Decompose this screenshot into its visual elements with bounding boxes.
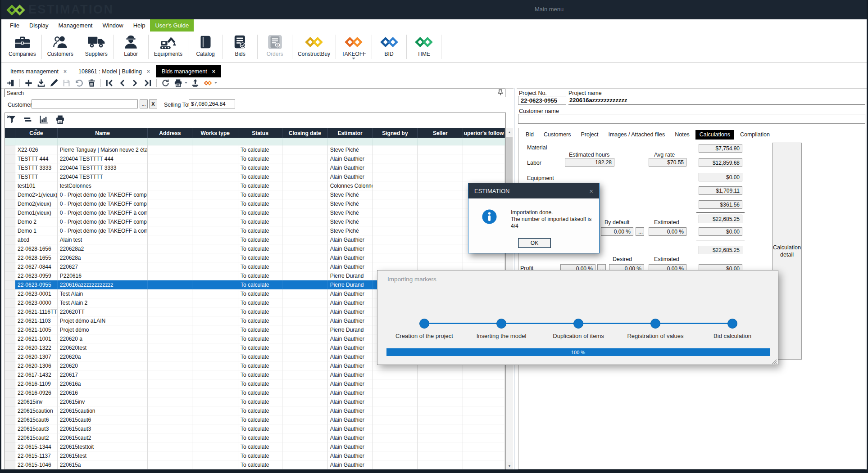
cell-works-type[interactable]: [192, 379, 238, 388]
cell-address[interactable]: [148, 370, 192, 379]
detail-tab-customers[interactable]: Customers: [540, 130, 575, 140]
detail-tab-project[interactable]: Project: [577, 130, 603, 140]
cell-code[interactable]: Demo2>1(vieux): [15, 190, 58, 199]
filter-cell[interactable]: [15, 138, 58, 145]
cell-estimator[interactable]: Alain Gauthier: [328, 298, 373, 307]
cell-estimator[interactable]: Pierre Durand: [328, 280, 373, 289]
cell-seller[interactable]: [418, 433, 463, 442]
cell-closing-date[interactable]: [282, 307, 328, 316]
cell-address[interactable]: [148, 388, 192, 397]
equals-icon[interactable]: [23, 115, 32, 124]
column-header-estimator[interactable]: Estimator: [328, 128, 373, 138]
cell-estimator[interactable]: Alain Gauthier: [328, 253, 373, 262]
cell-seller[interactable]: [418, 154, 463, 163]
cell-code[interactable]: 220615caution: [15, 406, 58, 415]
table-filter-row[interactable]: [5, 138, 505, 145]
row-selector[interactable]: [5, 172, 15, 181]
filter-cell[interactable]: [373, 138, 418, 145]
column-header-seller[interactable]: Seller: [418, 128, 463, 138]
cell-address[interactable]: [148, 235, 192, 244]
cell-code[interactable]: 22-0617-1432: [15, 370, 58, 379]
cell-seller[interactable]: [418, 163, 463, 172]
cell-address[interactable]: [148, 154, 192, 163]
table-row-testtt-444[interactable]: TESTTT 444220404 TESTTTT 444To calculate…: [5, 154, 505, 163]
cell-signed-by[interactable]: [373, 163, 418, 172]
project-name-value[interactable]: 220616azzzzzzzzzzzz: [568, 96, 865, 105]
cell-status[interactable]: To calculate: [238, 208, 282, 217]
cell-superior-follow[interactable]: [463, 442, 505, 451]
toolbar-button-orders[interactable]: $Orders: [258, 32, 292, 62]
filter-cell[interactable]: [328, 138, 373, 145]
toolbar-button-labor[interactable]: Labor: [114, 32, 148, 62]
cell-seller[interactable]: [418, 460, 463, 469]
cell-works-type[interactable]: [192, 190, 238, 199]
cell-works-type[interactable]: [192, 226, 238, 235]
save-icon[interactable]: [62, 78, 71, 88]
cell-works-type[interactable]: [192, 244, 238, 253]
cell-name[interactable]: Test Alain 2: [58, 298, 148, 307]
cell-code[interactable]: Demo 1: [15, 226, 58, 235]
cell-works-type[interactable]: [192, 235, 238, 244]
cell-closing-date[interactable]: [282, 406, 328, 415]
cell-signed-by[interactable]: [373, 379, 418, 388]
cell-code[interactable]: X22-026: [15, 145, 58, 154]
cell-code[interactable]: Demo 2: [15, 217, 58, 226]
table-row-220615inv[interactable]: 220615inv220615invTo calculateAlain Gaut…: [5, 397, 505, 406]
cell-works-type[interactable]: [192, 280, 238, 289]
filter-cell[interactable]: [148, 138, 192, 145]
cell-estimator[interactable]: Colonnes Colonnes: [328, 181, 373, 190]
cell-code[interactable]: 22-0620-1322: [15, 343, 58, 352]
cell-closing-date[interactable]: [282, 325, 328, 334]
cell-seller[interactable]: [418, 415, 463, 424]
cell-closing-date[interactable]: [282, 145, 328, 154]
print-icon[interactable]: [173, 78, 183, 88]
cell-address[interactable]: [148, 343, 192, 352]
cell-works-type[interactable]: [192, 271, 238, 280]
cell-status[interactable]: To calculate: [238, 424, 282, 433]
cell-status[interactable]: To calculate: [238, 388, 282, 397]
cell-works-type[interactable]: [192, 361, 238, 370]
overhead-default-pct-field[interactable]: 0.00 %: [601, 227, 633, 236]
row-selector[interactable]: [5, 433, 15, 442]
project-no-value[interactable]: 22-0623-0955: [518, 96, 566, 105]
cell-status[interactable]: To calculate: [238, 253, 282, 262]
cell-name[interactable]: 220617: [58, 370, 148, 379]
cell-works-type[interactable]: [192, 343, 238, 352]
cell-works-type[interactable]: [192, 388, 238, 397]
row-selector[interactable]: [5, 244, 15, 253]
filter-cell[interactable]: [58, 138, 148, 145]
cell-status[interactable]: To calculate: [238, 262, 282, 271]
toolbar-button-constructbuy[interactable]: ConstructBuy: [292, 32, 336, 62]
filter-funnel-icon[interactable]: [7, 115, 16, 124]
cell-closing-date[interactable]: [282, 226, 328, 235]
cell-name[interactable]: Projet démo aLAIN: [58, 316, 148, 325]
tab-items-management[interactable]: Items management×: [5, 65, 73, 77]
overhead-estimated-pct-field[interactable]: 0.00 %: [649, 227, 686, 236]
menu-item-user-s-guide[interactable]: User's Guide: [150, 19, 194, 32]
table-row-testtt[interactable]: TESTTT220404 TESTTTTTo calculateAlain Ga…: [5, 172, 505, 181]
cell-address[interactable]: [148, 172, 192, 181]
cell-seller[interactable]: [418, 172, 463, 181]
table-row-220615caut3[interactable]: 220615caut3220615caut3To calculateAlain …: [5, 424, 505, 433]
cell-code[interactable]: 22-0623-0001: [15, 289, 58, 298]
cell-closing-date[interactable]: [282, 163, 328, 172]
column-header-status[interactable]: Status: [238, 128, 282, 138]
row-selector[interactable]: [5, 181, 15, 190]
cell-closing-date[interactable]: [282, 298, 328, 307]
cell-closing-date[interactable]: [282, 199, 328, 208]
cell-closing-date[interactable]: [282, 316, 328, 325]
filter-cell[interactable]: [5, 138, 15, 145]
cell-signed-by[interactable]: [373, 460, 418, 469]
table-row-22-0616-0926[interactable]: 22-0616-0926220616To calculateAlain Gaut…: [5, 388, 505, 397]
table-row-x22-026[interactable]: X22-026Pierre Tanguay | Maison neuve 2 é…: [5, 145, 505, 154]
menu-item-display[interactable]: Display: [24, 19, 54, 32]
cell-status[interactable]: To calculate: [238, 280, 282, 289]
cell-works-type[interactable]: [192, 424, 238, 433]
cell-code[interactable]: 22-0621-1103: [15, 316, 58, 325]
row-selector[interactable]: [5, 415, 15, 424]
cell-name[interactable]: 220404 TESTTTT: [58, 172, 148, 181]
cell-address[interactable]: [148, 316, 192, 325]
cell-code[interactable]: 22-0616-0926: [15, 388, 58, 397]
cell-estimator[interactable]: Alain Gauthier: [328, 154, 373, 163]
filter-cell[interactable]: [238, 138, 282, 145]
